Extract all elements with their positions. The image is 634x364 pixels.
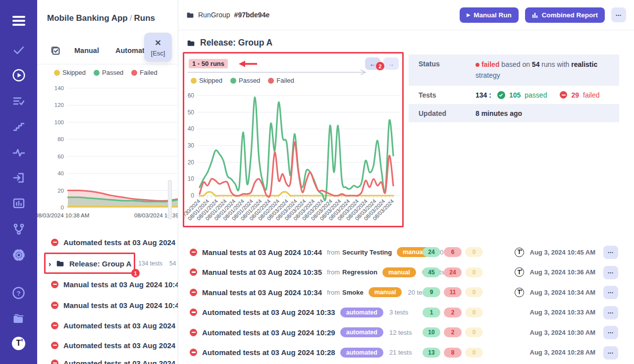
panel-scrollbar-thumb[interactable]	[168, 180, 172, 219]
chevron-right-icon[interactable]: ›	[49, 260, 51, 268]
git-branch-icon[interactable]	[0, 222, 37, 237]
legend-item-passed[interactable]: Passed	[94, 69, 123, 76]
testomat-logo-mark: T	[12, 337, 25, 350]
svg-text:?: ?	[17, 289, 21, 297]
hamburger-menu-icon[interactable]	[0, 13, 37, 28]
svg-text:60: 60	[188, 92, 195, 99]
failed-status-icon	[190, 329, 197, 336]
legend-label: Passed	[102, 69, 123, 76]
bar-chart-icon[interactable]	[0, 196, 37, 211]
run-row[interactable]: Automated tests at 03 Aug 2024 10:29auto…	[178, 322, 634, 342]
row-more-button[interactable]: •••	[603, 306, 618, 319]
svg-text:10: 10	[188, 175, 195, 182]
run-type-badge: automated	[340, 308, 383, 317]
tests-label: Tests	[419, 91, 476, 99]
run-list-item[interactable]: Automated tests at 03 Aug 2024 10	[37, 233, 178, 252]
failed-dot-icon	[476, 63, 479, 67]
result-pills: 120	[423, 308, 483, 317]
legend-item-skipped[interactable]: Skipped	[54, 69, 86, 76]
failed-pill: 2	[444, 327, 462, 337]
testomat-logo[interactable]: T	[0, 336, 37, 351]
skipped-pill: 0	[465, 287, 483, 297]
run-list-item[interactable]: Automated tests at 03 Aug 2024 10	[37, 336, 178, 355]
legend-item-failed[interactable]: Failed	[131, 69, 157, 76]
run-timestamp: Aug 3, 2024 10:30 AM	[511, 329, 595, 336]
run-list-item[interactable]: Automated tests at 03 Aug 2024 10	[37, 316, 178, 335]
sign-in-icon[interactable]	[0, 170, 37, 185]
tab-manual[interactable]: Manual	[74, 47, 99, 54]
runs-history-chart: 010203040506007/30/202408/01/202408/01/2…	[183, 90, 404, 227]
list-check-icon[interactable]	[0, 94, 37, 109]
gear-icon[interactable]	[0, 248, 37, 262]
chart-pan-track[interactable]	[188, 69, 372, 75]
breadcrumb: Mobile Banking App/Runs	[47, 13, 155, 23]
failed-status-icon	[190, 349, 197, 356]
more-actions-button[interactable]: •••	[611, 7, 626, 22]
runs-left-panel: Mobile Banking App/Runs Manual Automated…	[37, 0, 178, 364]
row-more-button[interactable]: •••	[603, 246, 618, 259]
report-chart-icon	[532, 12, 538, 18]
folder-icon[interactable]	[0, 311, 37, 326]
escape-hint-button[interactable]: ✕ [Esc]	[144, 33, 172, 62]
svg-text:80: 80	[57, 136, 64, 142]
run-list-item[interactable]: Manual tests at 03 Aug 2024 10:42	[37, 296, 178, 314]
steps-icon[interactable]	[0, 119, 37, 134]
run-timestamp: Aug 3, 2024 10:33 AM	[511, 309, 595, 316]
skipped-pill: 0	[465, 267, 483, 277]
failed-status-icon	[51, 342, 58, 349]
row-more-button[interactable]: •••	[603, 346, 618, 360]
esc-key-label: [Esc]	[151, 50, 165, 57]
runs-range-label: 1 - 50 runs	[189, 59, 228, 68]
run-row[interactable]: Manual tests at 03 Aug 2024 10:35fromReg…	[178, 262, 634, 282]
svg-text:140: 140	[54, 85, 64, 91]
skipped-pill: 0	[465, 348, 483, 358]
run-label: Automated tests at 03 Aug 2024 10	[63, 341, 178, 350]
svg-text:100: 100	[54, 119, 64, 125]
row-more-button[interactable]: •••	[603, 266, 618, 279]
select-all-icon[interactable]	[51, 46, 60, 57]
play-circle-icon[interactable]	[0, 68, 37, 83]
legend-item-passed[interactable]: Passed	[230, 77, 260, 84]
chart-next-page-button[interactable]: →	[383, 57, 399, 70]
run-row[interactable]: Automated tests at 03 Aug 2024 10:28auto…	[178, 343, 634, 363]
status-label: Status	[419, 59, 476, 81]
svg-text:50: 50	[188, 109, 195, 116]
row-more-button[interactable]: •••	[603, 326, 618, 339]
breadcrumb-project[interactable]: Mobile Banking App	[47, 13, 128, 23]
run-title: Manual tests at 03 Aug 2024 10:34	[202, 288, 322, 297]
run-row[interactable]: Manual tests at 03 Aug 2024 10:34fromSmo…	[178, 282, 634, 302]
legend-item-failed[interactable]: Failed	[268, 77, 294, 84]
run-group-runs-meta: 54 runs	[169, 260, 178, 267]
combined-report-button[interactable]: Combined Report	[525, 7, 605, 23]
legend-item-skipped[interactable]: Skipped	[191, 77, 222, 84]
run-list-item[interactable]: Automated tests at 03 Aug 2024 1	[37, 354, 178, 364]
rungroup-breadcrumb: RunGroup #97bde94e	[186, 11, 269, 19]
activity-pulse-icon[interactable]	[0, 145, 37, 160]
svg-text:30: 30	[188, 142, 195, 149]
legend-label: Passed	[239, 77, 260, 84]
run-type-badge: manual	[382, 267, 416, 277]
svg-text:40: 40	[57, 170, 64, 176]
run-row[interactable]: Manual tests at 03 Aug 2024 10:44fromSec…	[178, 242, 634, 262]
manual-run-button[interactable]: ▶ Manual Run	[460, 7, 518, 23]
run-list-item[interactable]: Manual tests at 03 Aug 2024 10:43	[37, 275, 178, 294]
row-more-button[interactable]: •••	[603, 286, 618, 299]
run-group-item[interactable]: ›Release: Group A134 tests54 runs	[37, 254, 178, 273]
legend-label: Failed	[140, 69, 157, 76]
failed-status-icon	[190, 249, 197, 256]
status-panel: Status failed based on 54 runs with real…	[409, 54, 619, 122]
help-circle-icon[interactable]: ?	[0, 285, 37, 300]
from-label: from	[327, 249, 340, 256]
folder-icon	[186, 11, 194, 19]
failed-status-icon	[51, 302, 58, 309]
passed-pill: 1	[423, 308, 440, 317]
runs-history-chart-card: 1 - 50 runs ← → SkippedPassedFailed 0102…	[183, 52, 404, 227]
run-timestamp: Aug 3, 2024 10:36 AM	[511, 268, 595, 276]
chart-prev-page-button[interactable]: ←	[365, 57, 380, 70]
breadcrumb-page: Runs	[134, 13, 156, 23]
run-label: Automated tests at 03 Aug 2024 10	[63, 238, 178, 247]
updated-label: Updated	[419, 109, 476, 117]
check-icon[interactable]	[0, 43, 37, 57]
failed-status-icon	[51, 322, 58, 329]
run-row[interactable]: Automated tests at 03 Aug 2024 10:33auto…	[178, 303, 634, 322]
